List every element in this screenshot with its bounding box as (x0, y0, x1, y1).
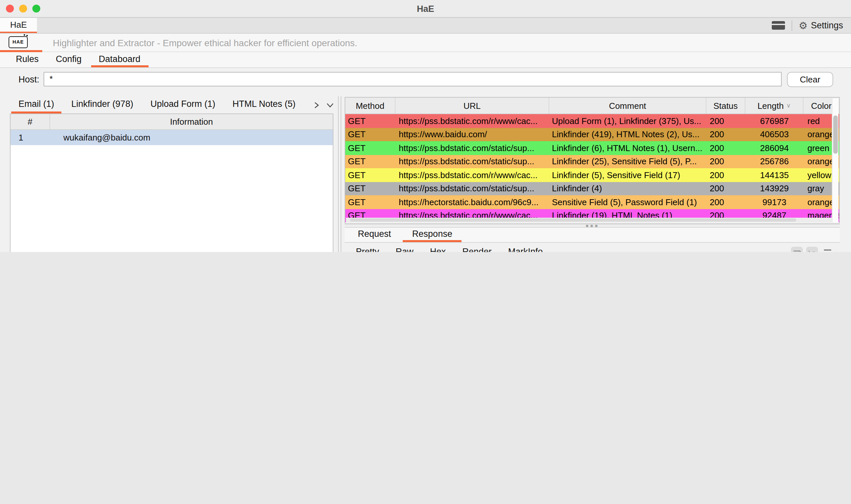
extract-type-tabs: Email (1)Linkfinder (978)Upload Form (1)… (10, 96, 337, 113)
http-table-row[interactable]: GEThttps://www.baidu.com/Linkfinder (419… (345, 128, 839, 141)
column-header-num[interactable]: # (11, 114, 50, 129)
email-table-row[interactable]: 1wukaifang@baidu.com (11, 130, 333, 145)
cell-length: 286094 (745, 143, 803, 153)
tab-email-1[interactable]: Email (1) (11, 96, 62, 113)
cell-method: GET (345, 184, 396, 194)
column-header-information[interactable]: Information (50, 117, 333, 127)
panel-splitter[interactable] (338, 96, 339, 252)
tab-upload-form-1[interactable]: Upload Form (1) (143, 96, 223, 113)
http-table-row[interactable]: GEThttps://pss.bdstatic.com/r/www/cac...… (345, 168, 839, 182)
sort-descending-icon: ∨ (786, 102, 791, 109)
cell-url: https://pss.bdstatic.com/static/sup... (396, 157, 549, 166)
cell-url: https://hectorstatic.baidu.com/96c9... (396, 197, 549, 207)
host-label: Host: (18, 74, 39, 85)
window-title: HaE (0, 4, 851, 14)
http-table-row[interactable]: GEThttps://pss.bdstatic.com/static/sup..… (345, 141, 839, 155)
extension-subtitle: Highlighter and Extractor - Empower ethi… (53, 34, 357, 52)
tab-request[interactable]: Request (349, 228, 400, 242)
vertical-scrollbar-thumb[interactable] (833, 115, 837, 154)
cell-num: 1 (11, 132, 50, 143)
chevron-down-icon[interactable] (326, 102, 334, 108)
tab-hex[interactable]: Hex (423, 244, 453, 252)
cell-comment: Upload Form (1), Linkfinder (375), Us... (549, 116, 707, 126)
http-table-header: Method URL Comment Status Length∨ Color (345, 97, 839, 114)
cell-status: 200 (707, 116, 745, 126)
divider (792, 20, 792, 31)
cell-comment: Linkfinder (6), HTML Notes (1), Usern... (549, 143, 707, 153)
cell-status: 200 (707, 197, 745, 207)
settings-label: Settings (811, 20, 843, 30)
tab-html-notes-5[interactable]: HTML Notes (5) (225, 96, 303, 113)
http-table-row[interactable]: GEThttps://pss.bdstatic.com/static/sup..… (345, 182, 839, 195)
hae-logo-icon: HAE (8, 36, 28, 48)
tab-config[interactable]: Config (48, 52, 89, 67)
clear-button[interactable]: Clear (787, 72, 833, 87)
cell-length: 143929 (745, 184, 803, 194)
word-wrap-button[interactable] (791, 247, 803, 252)
cell-url: https://www.baidu.com/ (396, 130, 549, 140)
cell-length: 256786 (745, 157, 803, 166)
http-table-row[interactable]: GEThttps://hectorstatic.baidu.com/96c9..… (345, 195, 839, 209)
cell-comment: Linkfinder (25), Sensitive Field (5), P.… (549, 157, 707, 166)
email-table-header: # Information (11, 114, 333, 130)
top-tab-strip: HaE ⚙ Settings (0, 18, 851, 34)
cell-method: GET (345, 197, 396, 207)
tab-pretty[interactable]: Pretty (349, 244, 386, 252)
http-table-row[interactable]: GEThttps://pss.bdstatic.com/static/sup..… (345, 155, 839, 168)
column-header-url[interactable]: URL (396, 97, 549, 113)
column-header-method[interactable]: Method (345, 97, 396, 113)
column-header-length[interactable]: Length∨ (745, 97, 803, 113)
cell-status: 200 (707, 170, 745, 180)
hae-window: HaE HaE ⚙ Settings HAE Highlighter and E… (0, 0, 851, 252)
tab-linkfinder-978[interactable]: Linkfinder (978) (64, 96, 141, 113)
cell-length: 144135 (745, 170, 803, 180)
http-table-body: GEThttps://pss.bdstatic.com/r/www/cac...… (345, 114, 839, 222)
column-header-status[interactable]: Status (707, 97, 745, 113)
titlebar: HaE (0, 0, 851, 18)
newline-icon: \n (809, 249, 816, 252)
cell-comment: Linkfinder (4) (549, 184, 707, 194)
http-history-table: Method URL Comment Status Length∨ Color … (345, 97, 840, 223)
cell-length: 406503 (745, 130, 803, 140)
tab-markinfo[interactable]: MarkInfo (501, 244, 550, 252)
nav-tabs: RulesConfigDataboard (0, 52, 851, 68)
cell-url: https://pss.bdstatic.com/static/sup... (396, 184, 549, 194)
cell-method: GET (345, 170, 396, 180)
column-header-comment[interactable]: Comment (549, 97, 707, 113)
settings-button[interactable]: ⚙ Settings (799, 20, 843, 30)
view-tabs: PrettyRawHexRenderMarkInfo \n (345, 244, 840, 252)
cell-url: https://pss.bdstatic.com/static/sup... (396, 143, 549, 153)
vertical-scrollbar (832, 98, 838, 222)
cell-url: https://pss.bdstatic.com/r/www/cac... (396, 116, 549, 126)
cell-information: wukaifang@baidu.com (50, 132, 333, 143)
menu-button[interactable] (821, 247, 833, 252)
extension-header: HAE Highlighter and Extractor - Empower … (0, 34, 851, 52)
cell-url: https://pss.bdstatic.com/r/www/cac... (396, 170, 549, 180)
cell-status: 200 (707, 157, 745, 166)
tab-render[interactable]: Render (455, 244, 499, 252)
cell-method: GET (345, 157, 396, 166)
tab-rules[interactable]: Rules (8, 52, 47, 67)
gear-icon: ⚙ (799, 20, 808, 30)
horizontal-scrollbar-thumb[interactable] (350, 218, 796, 222)
host-bar: Host: Clear (0, 68, 851, 91)
cell-status: 200 (707, 130, 745, 140)
detail-splitter[interactable]: ●●● (345, 224, 840, 228)
cell-length: 99173 (745, 197, 803, 207)
http-table-row[interactable]: GEThttps://pss.bdstatic.com/r/www/cac...… (345, 114, 839, 128)
cell-method: GET (345, 116, 396, 126)
newline-toggle-button[interactable]: \n (806, 247, 818, 252)
hae-logo-tab[interactable]: HAE (0, 34, 42, 52)
tab-response[interactable]: Response (403, 228, 462, 242)
tab-raw[interactable]: Raw (388, 244, 421, 252)
hamburger-icon (823, 249, 831, 252)
tab-databoard[interactable]: Databoard (91, 52, 148, 67)
cell-status: 200 (707, 143, 745, 153)
window-layout-icon[interactable] (772, 21, 785, 30)
host-input[interactable] (44, 72, 782, 86)
cell-comment: Linkfinder (5), Sensitive Field (17) (549, 170, 707, 180)
tab-hae[interactable]: HaE (0, 18, 37, 33)
chevron-right-icon[interactable] (314, 101, 319, 109)
email-table: # Information 1wukaifang@baidu.com (10, 113, 333, 252)
cell-comment: Sensitive Field (5), Password Field (1) (549, 197, 707, 207)
